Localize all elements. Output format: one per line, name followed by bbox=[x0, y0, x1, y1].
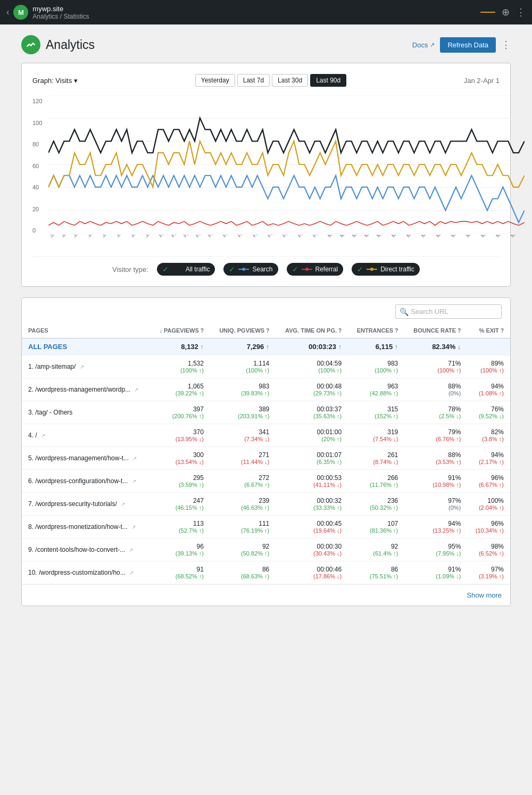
show-more-row: Show more bbox=[22, 584, 510, 606]
x-label: Mar 19 bbox=[435, 235, 450, 238]
x-label: Jan 30 bbox=[144, 235, 157, 238]
all-pages-pageviews: 8,132 ↑ bbox=[181, 343, 204, 351]
last7d-btn[interactable]: Last 7d bbox=[237, 74, 270, 87]
page-link[interactable]: 7. /wordpress-security-tutorials/ bbox=[28, 500, 117, 508]
exit-help-icon[interactable]: ? bbox=[501, 328, 504, 334]
entrances-help-icon[interactable]: ? bbox=[395, 328, 398, 334]
external-link-icon[interactable]: ↗ bbox=[129, 570, 134, 576]
table-row: 8. /wordpress-monetization/how-t... ↗ 11… bbox=[22, 516, 510, 539]
check-icon: ✓ bbox=[162, 265, 169, 274]
col-entrances: ENTRANCES ? bbox=[348, 323, 404, 338]
table-row: 6. /wordpress-configuration/how-t... ↗ 2… bbox=[22, 470, 510, 493]
y-label-120: 120 bbox=[32, 98, 45, 104]
refresh-data-button[interactable]: Refresh Data bbox=[440, 37, 496, 53]
x-label: Mar 5 bbox=[351, 235, 363, 238]
table-row: 2. /wordpress-management/wordp... ↗ 1,06… bbox=[22, 378, 510, 401]
external-link-icon[interactable]: ↗ bbox=[80, 364, 84, 370]
avatar: M bbox=[13, 5, 28, 20]
page-link[interactable]: 1. /amp-sitemap/ bbox=[28, 363, 76, 370]
y-label-20: 20 bbox=[32, 206, 45, 212]
all-pages-link[interactable]: ALL PAGES bbox=[28, 343, 67, 351]
chart-card: Graph: Visits ▾ Yesterday Last 7d Last 3… bbox=[21, 63, 511, 287]
x-label: Mar 7 bbox=[363, 235, 376, 238]
all-pages-uniq: 7,296 ↑ bbox=[247, 343, 270, 351]
top-bar-divider bbox=[480, 12, 495, 13]
x-label: Feb 5 bbox=[170, 235, 182, 238]
trend-up-icon: ↑ bbox=[200, 343, 204, 351]
page-link[interactable]: 6. /wordpress-configuration/how-t... bbox=[28, 477, 128, 485]
x-label: Feb 25 bbox=[312, 235, 326, 238]
external-link-icon[interactable]: ↗ bbox=[129, 547, 133, 553]
external-link-icon[interactable]: ↗ bbox=[134, 387, 138, 393]
external-link-icon[interactable]: ↗ bbox=[131, 524, 136, 530]
legend-search[interactable]: ✓ Search bbox=[223, 263, 278, 276]
page-link[interactable]: 9. /content-tools/how-to-convert-... bbox=[28, 546, 125, 553]
show-more-button[interactable]: Show more bbox=[467, 591, 502, 599]
legend-all-traffic-label: All traffic bbox=[186, 266, 210, 273]
col-uniq-pgviews: UNIQ. PGVIEWS ? bbox=[210, 323, 276, 338]
yesterday-btn[interactable]: Yesterday bbox=[195, 74, 235, 87]
docs-button[interactable]: Docs ↗ bbox=[412, 41, 435, 49]
chart-svg bbox=[48, 95, 525, 234]
x-axis: Jan 2 Jan 6 Jan 10 Jan 14 Jan 18 Jan 22 … bbox=[48, 235, 525, 240]
y-label-80: 80 bbox=[32, 141, 45, 147]
date-range-label: Jan 2-Apr 1 bbox=[464, 77, 500, 85]
back-chevron[interactable]: ‹ bbox=[6, 7, 9, 17]
table-row: 7. /wordpress-security-tutorials/ ↗ 247(… bbox=[22, 493, 510, 516]
x-label: Mar 11 bbox=[376, 235, 390, 238]
x-label: Feb 17 bbox=[252, 235, 266, 238]
page-link[interactable]: 10. /wordpress-customization/ho... bbox=[28, 569, 126, 576]
bounce-help-icon[interactable]: ? bbox=[458, 328, 461, 334]
external-link-icon[interactable]: ↗ bbox=[132, 456, 137, 461]
external-link-icon[interactable]: ↗ bbox=[121, 501, 125, 507]
x-label: Jan 14 bbox=[86, 235, 100, 238]
table-row: 10. /wordpress-customization/ho... ↗ 91(… bbox=[22, 561, 510, 584]
x-label: Jan 6 bbox=[60, 235, 72, 238]
x-label: Feb 9 bbox=[195, 235, 207, 238]
search-url-input[interactable] bbox=[395, 304, 502, 319]
col-bounce-rate: BOUNCE RATE ? bbox=[404, 323, 467, 338]
x-label: Mar 13 bbox=[390, 235, 405, 238]
all-pages-entrances: 6,115 ↑ bbox=[376, 343, 398, 351]
chart-legend: Visitor type: ✓ All traffic ✓ Search ✓ R… bbox=[32, 256, 500, 276]
x-label: Jan 2 bbox=[48, 235, 61, 238]
last30d-btn[interactable]: Last 30d bbox=[272, 74, 308, 87]
external-link-icon[interactable]: ↗ bbox=[41, 433, 45, 438]
more-options-icon[interactable]: ⋮ bbox=[501, 39, 511, 51]
page-link[interactable]: 2. /wordpress-management/wordp... bbox=[28, 386, 130, 393]
last90d-btn[interactable]: Last 90d bbox=[310, 74, 346, 87]
search-line-icon bbox=[238, 267, 249, 272]
x-label: Feb 11 bbox=[207, 235, 221, 238]
topbar-more-icon[interactable]: ⋮ bbox=[516, 6, 526, 18]
legend-all-traffic[interactable]: ✓ All traffic bbox=[157, 263, 215, 276]
search-url-wrap: 🔍 bbox=[395, 304, 502, 319]
page-link[interactable]: 5. /wordpress-management/how-t... bbox=[28, 454, 129, 462]
uniq-help-icon[interactable]: ? bbox=[266, 328, 269, 334]
external-link-icon[interactable]: ↗ bbox=[132, 478, 136, 484]
graph-controls: Graph: Visits ▾ Yesterday Last 7d Last 3… bbox=[32, 74, 500, 87]
avg-help-icon[interactable]: ? bbox=[338, 328, 342, 334]
graph-dropdown[interactable]: Graph: Visits ▾ bbox=[32, 77, 78, 85]
x-label: Feb 15 bbox=[237, 235, 251, 238]
table-row: 4. / ↗ 370(13.95% ↓) 341(7.34% ↓) 00:01:… bbox=[22, 424, 510, 447]
page-link[interactable]: 4. / bbox=[28, 432, 37, 439]
page-link[interactable]: 3. /tag/ - Others bbox=[28, 409, 72, 416]
page-link[interactable]: 8. /wordpress-monetization/how-t... bbox=[28, 523, 128, 531]
x-label: Feb 21 bbox=[281, 235, 296, 238]
x-label: Jan 18 bbox=[101, 235, 114, 238]
legend-direct-traffic[interactable]: ✓ Direct traffic bbox=[352, 263, 420, 276]
date-range-buttons: Yesterday Last 7d Last 30d Last 90d bbox=[195, 74, 346, 87]
table-row: 3. /tag/ - Others 397(200.76% ↑) 389(203… bbox=[22, 401, 510, 424]
x-label: Mar 15 bbox=[405, 235, 420, 238]
legend-referral[interactable]: ✓ Referral bbox=[287, 263, 344, 276]
pageviews-help-icon[interactable]: ? bbox=[201, 328, 204, 334]
chart-plot: Jan 2 Jan 6 Jan 10 Jan 14 Jan 18 Jan 22 … bbox=[48, 95, 525, 250]
dropdown-chevron-icon: ▾ bbox=[74, 77, 78, 85]
col-pageviews: ↓ PAGEVIEWS ? bbox=[151, 323, 210, 338]
x-label: Mar 31 bbox=[510, 235, 524, 238]
col-exit: % EXIT ? bbox=[467, 323, 510, 338]
x-label: Feb 19 bbox=[267, 235, 281, 238]
wordpress-icon[interactable]: ⊕ bbox=[502, 6, 510, 18]
top-bar: ‹ M mywp.site Analytics / Statistics ⊕ ⋮ bbox=[0, 0, 532, 24]
breadcrumb: Analytics / Statistics bbox=[32, 13, 89, 20]
